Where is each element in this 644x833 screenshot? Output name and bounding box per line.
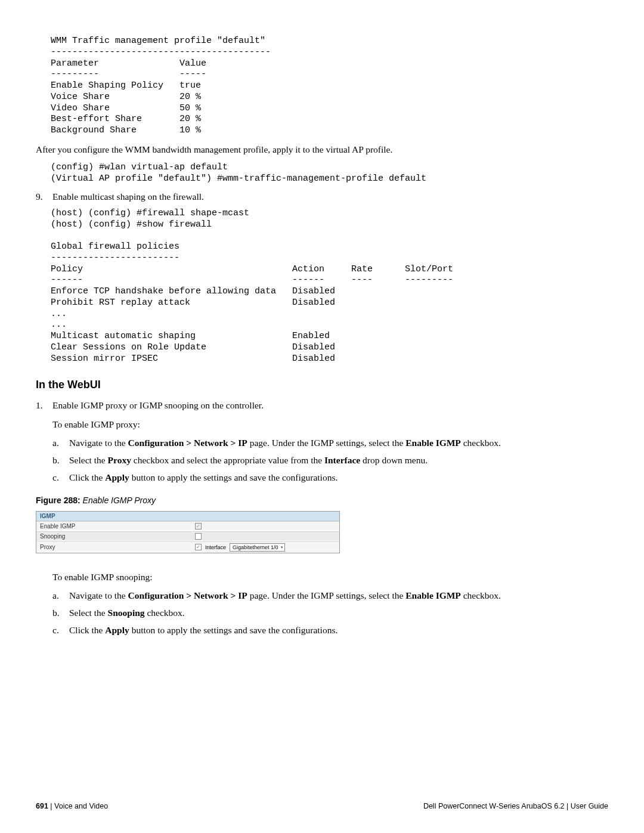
igmp-row-proxy: Proxy ✓ Interface Gigabitethernet 1/0 (36, 541, 339, 553)
snooping-step-a: a. Navigate to the Configuration > Netwo… (52, 589, 608, 602)
snooping-intro: To enable IGMP snooping: (52, 570, 608, 584)
text-fragment: Click the (69, 472, 105, 482)
proxy-step-c: c. Click the Apply button to apply the s… (52, 470, 608, 484)
text-fragment: page. Under the IGMP settings, select th… (247, 590, 405, 600)
text-fragment: Navigate to the (69, 590, 128, 600)
step-9-text: Enable multicast shaping on the firewall… (52, 190, 608, 203)
text-fragment: button to apply the settings and save th… (129, 625, 338, 635)
proxy-step-c-text: Click the Apply button to apply the sett… (69, 470, 608, 484)
footer-left: 691 | Voice and Video (36, 802, 108, 810)
snooping-step-b-letter: b. (52, 606, 69, 620)
interface-inline-label: Interface (204, 544, 227, 550)
text-fragment: Select the (69, 455, 108, 465)
snooping-step-c-letter: c. (52, 623, 69, 637)
text-fragment: Select the (69, 608, 108, 618)
interface-label: Interface (324, 455, 360, 465)
text-fragment: checkbox. (461, 438, 501, 448)
snooping-step-a-letter: a. (52, 589, 69, 602)
proxy-step-c-letter: c. (52, 470, 69, 484)
igmp-panel-header: IGMP (36, 512, 339, 521)
proxy-checkbox[interactable]: ✓ (195, 544, 202, 550)
page-footer: 691 | Voice and Video Dell PowerConnect … (36, 802, 608, 810)
text-fragment: page. Under the IGMP settings, select th… (247, 438, 405, 448)
igmp-row-snooping: Snooping (36, 531, 339, 541)
nav-path: Configuration > Network > IP (128, 438, 247, 448)
enable-igmp-row-label: Enable IGMP (36, 522, 191, 531)
proxy-step-a: a. Navigate to the Configuration > Netwo… (52, 436, 608, 450)
snooping-step-a-text: Navigate to the Configuration > Network … (69, 589, 608, 602)
footer-section: Voice and Video (54, 802, 108, 810)
proxy-step-a-letter: a. (52, 436, 69, 450)
enable-igmp-checkbox[interactable]: ✓ (195, 523, 202, 529)
text-fragment: drop down menu. (360, 455, 428, 465)
step-1-number: 1. (36, 398, 52, 412)
text-fragment: checkbox. (145, 608, 185, 618)
proxy-step-a-text: Navigate to the Configuration > Network … (69, 436, 608, 450)
text-fragment: Click the (69, 625, 105, 635)
proxy-intro: To enable IGMP proxy: (52, 417, 608, 431)
step-9-number: 9. (36, 190, 52, 203)
snooping-step-c-text: Click the Apply button to apply the sett… (69, 623, 608, 637)
snooping-checkbox[interactable] (195, 533, 202, 540)
page-number: 691 (36, 802, 48, 810)
enable-igmp-label: Enable IGMP (405, 438, 461, 448)
firewall-block: (host) (config) #firewall shape-mcast (h… (51, 208, 608, 365)
step-9: 9. Enable multicast shaping on the firew… (36, 190, 608, 203)
proxy-step-b-letter: b. (52, 453, 69, 467)
wmm-profile-block: WMM Traffic management profile "default"… (51, 36, 608, 137)
step-1-text: Enable IGMP proxy or IGMP snooping on th… (52, 398, 608, 412)
interface-dropdown[interactable]: Gigabitethernet 1/0 (230, 543, 285, 552)
text-fragment: checkbox and select the appropriate valu… (131, 455, 324, 465)
snooping-step-c: c. Click the Apply button to apply the s… (52, 623, 608, 637)
figure-288-panel: IGMP Enable IGMP ✓ Snooping Proxy ✓ Inte… (36, 511, 340, 553)
apply-label: Apply (105, 472, 129, 482)
config-vap-block: (config) #wlan virtual-ap default (Virtu… (51, 162, 608, 185)
nav-path: Configuration > Network > IP (128, 590, 247, 600)
snooping-step-b: b. Select the Snooping checkbox. (52, 606, 608, 620)
footer-separator: | (48, 802, 54, 810)
step-1: 1. Enable IGMP proxy or IGMP snooping on… (36, 398, 608, 412)
apply-profile-text: After you configure the WMM bandwidth ma… (36, 143, 608, 156)
snooping-step-b-text: Select the Snooping checkbox. (69, 606, 608, 620)
proxy-label: Proxy (108, 455, 131, 465)
webui-heading: In the WebUI (36, 379, 608, 391)
figure-title: Enable IGMP Proxy (80, 496, 156, 505)
text-fragment: Navigate to the (69, 438, 128, 448)
text-fragment: checkbox. (461, 590, 501, 600)
proxy-step-b-text: Select the Proxy checkbox and select the… (69, 453, 608, 467)
snooping-label: Snooping (108, 608, 145, 618)
enable-igmp-label: Enable IGMP (405, 590, 461, 600)
apply-label: Apply (105, 625, 129, 635)
text-fragment: button to apply the settings and save th… (129, 472, 338, 482)
igmp-row-enable: Enable IGMP ✓ (36, 521, 339, 531)
figure-number: Figure 288: (36, 496, 80, 505)
footer-right: Dell PowerConnect W-Series ArubaOS 6.2 |… (423, 802, 608, 810)
figure-288-caption: Figure 288: Enable IGMP Proxy (36, 496, 608, 505)
proxy-step-b: b. Select the Proxy checkbox and select … (52, 453, 608, 467)
proxy-row-label: Proxy (36, 543, 191, 552)
snooping-row-label: Snooping (36, 532, 191, 541)
